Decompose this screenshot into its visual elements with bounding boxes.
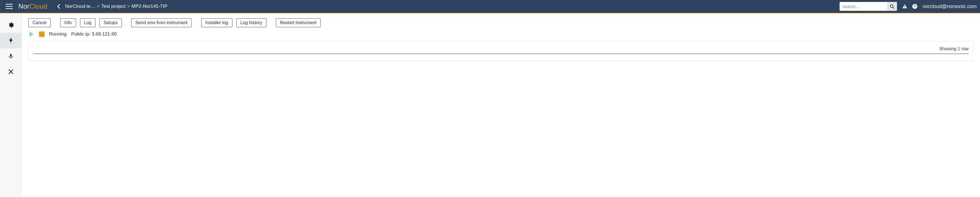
installer-log-button[interactable]: Installer log <box>201 18 232 27</box>
search-group <box>840 2 897 11</box>
info-button[interactable]: Info <box>60 18 76 27</box>
stop-icon[interactable] <box>39 32 45 37</box>
rows-count: Showing 1 row <box>939 46 969 51</box>
breadcrumb-sep: > <box>97 4 100 9</box>
status-row: Running Public ip: 3.69.121.60 <box>29 31 973 37</box>
sidebar-item-settings[interactable] <box>0 17 21 33</box>
status-label: Running <box>49 32 67 37</box>
menu-icon <box>6 3 13 9</box>
sidebar-item-instruments[interactable] <box>0 33 21 48</box>
sidebar-item-audio[interactable] <box>0 48 21 64</box>
back-button[interactable] <box>55 2 62 11</box>
help-button[interactable]: ? <box>910 2 920 11</box>
breadcrumb-item-2[interactable]: MP2-Nor145-TIP <box>132 4 167 9</box>
main-content: Cancel Info Log Setups Send sms from ins… <box>22 13 980 197</box>
breadcrumb-sep: > <box>127 4 130 9</box>
setups-button[interactable]: Setups <box>99 18 122 27</box>
svg-text:?: ? <box>914 4 916 8</box>
search-input[interactable] <box>840 2 887 11</box>
sidebar-item-close[interactable] <box>0 64 21 79</box>
search-icon <box>890 4 894 9</box>
menu-button[interactable] <box>3 1 15 12</box>
chevron-left-icon <box>57 4 61 9</box>
log-button[interactable]: Log <box>80 18 96 27</box>
alert-button[interactable] <box>900 2 910 11</box>
svg-rect-1 <box>905 6 905 7</box>
plug-icon <box>8 38 14 44</box>
log-history-button[interactable]: Log history <box>236 18 266 27</box>
restart-button[interactable]: Restart instrument <box>276 18 321 27</box>
results-card: Showing 1 row <box>29 41 973 61</box>
app-logo[interactable]: NorCloud <box>18 3 48 10</box>
public-ip: Public ip: 3.69.121.60 <box>71 32 117 37</box>
breadcrumb: NorCloud te… > Test project > MP2-Nor145… <box>65 4 167 9</box>
send-sms-button[interactable]: Send sms from instrument <box>131 18 192 27</box>
sidebar <box>0 13 22 197</box>
app-header: NorCloud NorCloud te… > Test project > M… <box>0 0 980 13</box>
logo-part2: Cloud <box>30 3 48 10</box>
breadcrumb-item-1[interactable]: Test project <box>101 4 126 9</box>
svg-rect-2 <box>905 8 905 8</box>
toolbar: Cancel Info Log Setups Send sms from ins… <box>29 18 973 27</box>
help-icon: ? <box>912 4 918 9</box>
mic-icon <box>8 53 14 59</box>
breadcrumb-item-0[interactable]: NorCloud te… <box>65 4 95 9</box>
cancel-button[interactable]: Cancel <box>29 18 51 27</box>
card-divider <box>33 54 969 54</box>
user-email[interactable]: norcloud@norsonic.com <box>923 4 977 9</box>
warning-icon <box>902 4 908 9</box>
play-icon[interactable] <box>29 31 35 37</box>
search-button[interactable] <box>887 2 897 11</box>
logo-part1: Nor <box>18 3 30 10</box>
close-icon <box>8 69 13 74</box>
gear-icon <box>8 22 14 28</box>
